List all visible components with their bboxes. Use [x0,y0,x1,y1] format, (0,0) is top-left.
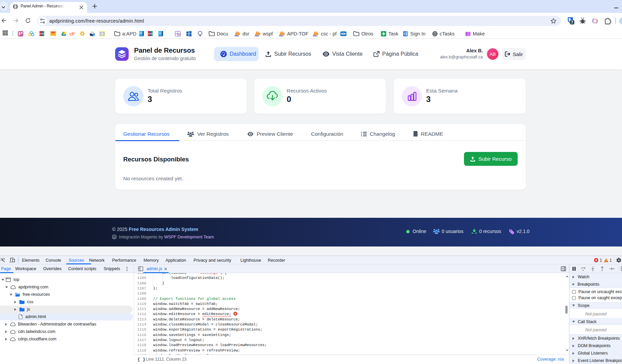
svg-text:PMA: PMA [279,35,284,37]
svg-text:A: A [148,33,149,35]
svg-text:D: D [43,33,44,35]
svg-text:7: 7 [571,20,573,24]
svg-text:cP: cP [70,31,75,36]
svg-text:A: A [40,33,41,35]
svg-text:PMA: PMA [255,35,260,37]
svg-text:PMA: PMA [235,35,239,37]
svg-text:PMA: PMA [313,35,318,37]
svg-text:D: D [151,33,153,35]
